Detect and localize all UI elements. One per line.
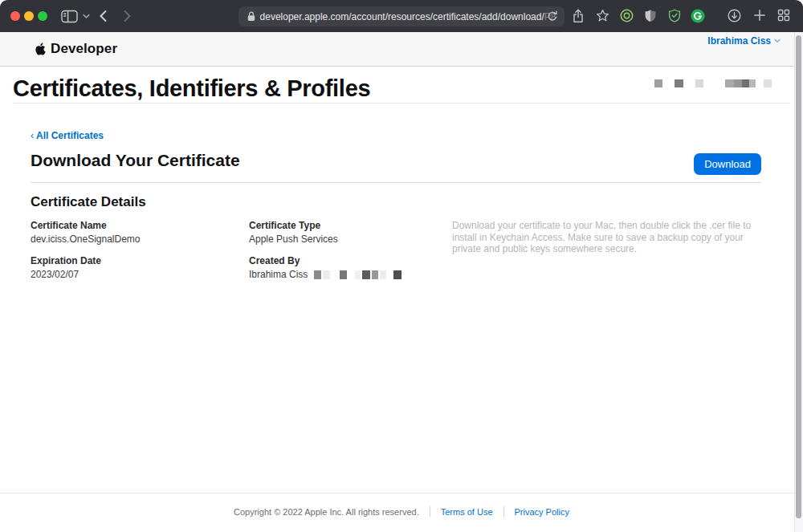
grammarly-extension-button[interactable] (691, 9, 705, 23)
footer-separator (503, 506, 504, 517)
back-chevron: ‹ (31, 130, 34, 141)
terms-of-use-link[interactable]: Terms of Use (441, 507, 493, 517)
redacted-block (355, 270, 361, 279)
star-icon (596, 9, 609, 22)
half-shield-icon (644, 9, 657, 22)
share-icon (572, 9, 585, 23)
nav-redacted-items (654, 79, 772, 87)
downloads-button[interactable] (728, 9, 741, 22)
all-certificates-back-link[interactable]: ‹All Certificates (31, 130, 104, 141)
copyright-text: Copyright © 2022 Apple Inc. All rights r… (234, 507, 419, 517)
safari-window: developer.apple.com/account/resources/ce… (0, 0, 803, 532)
divider (13, 103, 790, 104)
forward-chevron-icon (122, 9, 132, 23)
download-circle-icon (728, 9, 741, 22)
download-instructions: Download your certificate to your Mac, t… (452, 220, 761, 290)
certificate-details: Certificate Name dev.iciss.OneSignalDemo… (31, 220, 761, 290)
redacted-block (764, 79, 772, 87)
sidebar-icon (61, 10, 78, 23)
minimize-window-button[interactable] (24, 11, 34, 21)
plus-icon (753, 9, 766, 22)
apple-logo-icon (34, 42, 46, 56)
created-by-name: Ibrahima Ciss (249, 269, 308, 280)
redacted-block (340, 270, 347, 279)
redacted-block (675, 79, 683, 87)
expiration-date-field: Expiration Date 2023/02/07 (31, 255, 249, 280)
footer-separator (430, 506, 430, 517)
certificate-details-heading: Certificate Details (31, 194, 146, 210)
footer: Copyright © 2022 Apple Inc. All rights r… (0, 506, 803, 517)
lock-icon (247, 11, 255, 22)
redacted-block (314, 270, 321, 279)
certificate-name-field: Certificate Name dev.iciss.OneSignalDemo (31, 220, 249, 245)
back-button[interactable] (98, 9, 108, 23)
zoom-window-button[interactable] (38, 11, 47, 21)
certificate-type-field: Certificate Type Apple Push Services (249, 220, 452, 245)
tab-overview-button[interactable] (777, 9, 790, 22)
sidebar-toggle-button[interactable] (61, 10, 78, 23)
redacted-block (695, 79, 703, 87)
field-label: Certificate Name (31, 220, 249, 231)
redacted-block (362, 270, 370, 279)
back-link-label: All Certificates (36, 130, 104, 141)
onepassword-icon (620, 9, 634, 22)
redacted-block (393, 270, 402, 279)
share-button[interactable] (572, 9, 585, 23)
privacy-policy-link[interactable]: Privacy Policy (515, 507, 569, 517)
shield-check-icon (668, 9, 681, 22)
field-label: Certificate Type (249, 220, 452, 231)
field-value: dev.iciss.OneSignalDemo (31, 234, 249, 245)
reload-icon[interactable] (547, 10, 558, 22)
page-title: Certificates, Identifiers & Profiles (13, 75, 370, 102)
forward-button[interactable] (122, 9, 132, 23)
field-label: Expiration Date (31, 255, 249, 266)
new-tab-button[interactable] (753, 9, 766, 22)
field-value: Apple Push Services (249, 234, 452, 245)
grid-icon (777, 9, 790, 22)
account-menu[interactable]: Ibrahima Ciss (707, 35, 781, 47)
redacted-block (380, 270, 386, 279)
redacted-block (725, 79, 756, 87)
back-chevron-icon (98, 9, 108, 23)
browser-toolbar: developer.apple.com/account/resources/ce… (0, 0, 803, 32)
developer-brand[interactable]: Developer (34, 41, 117, 57)
scrollbar-thumb[interactable] (796, 35, 801, 518)
download-button[interactable]: Download (694, 153, 761, 175)
redacted-block (323, 270, 330, 279)
account-name: Ibrahima Ciss (707, 35, 771, 47)
bookmark-button[interactable] (596, 9, 609, 22)
divider (31, 182, 761, 183)
privacy-shield-extension-button[interactable] (644, 9, 657, 22)
brand-label: Developer (51, 41, 117, 57)
adguard-extension-button[interactable] (668, 9, 681, 22)
url-text: developer.apple.com/account/resources/ce… (260, 11, 544, 22)
close-window-button[interactable] (10, 11, 20, 21)
field-label: Created By (249, 255, 452, 266)
created-by-field: Created By Ibrahima Ciss (249, 255, 452, 280)
details-column-1: Certificate Name dev.iciss.OneSignalDemo… (31, 220, 249, 290)
redacted-block (654, 79, 662, 87)
redacted-block (372, 270, 378, 279)
sidebar-chevron-down-icon[interactable] (83, 14, 90, 19)
scrollbar-track[interactable] (794, 32, 803, 532)
onepassword-extension-button[interactable] (620, 9, 634, 22)
field-value: Ibrahima Ciss (249, 269, 452, 280)
section-title: Download Your Certificate (31, 151, 240, 170)
address-bar[interactable]: developer.apple.com/account/resources/ce… (238, 6, 565, 26)
site-header: Developer Ibrahima Ciss (0, 32, 803, 67)
chevron-down-icon (774, 39, 781, 43)
grammarly-icon (691, 9, 705, 23)
footer-divider (0, 493, 803, 493)
field-value: 2023/02/07 (31, 269, 249, 280)
details-column-2: Certificate Type Apple Push Services Cre… (249, 220, 452, 290)
